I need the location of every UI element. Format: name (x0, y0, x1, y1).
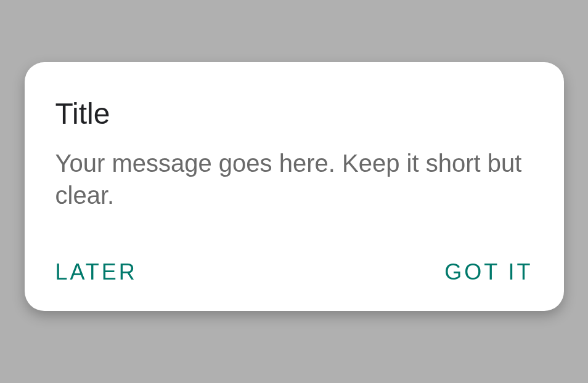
dialog-message: Your message goes here. Keep it short bu… (55, 148, 533, 211)
dialog-title: Title (55, 97, 533, 131)
got-it-button[interactable]: GOT IT (444, 256, 533, 289)
later-button[interactable]: LATER (55, 256, 137, 289)
dialog-actions: LATER GOT IT (55, 256, 533, 289)
dialog: Title Your message goes here. Keep it sh… (25, 62, 564, 310)
